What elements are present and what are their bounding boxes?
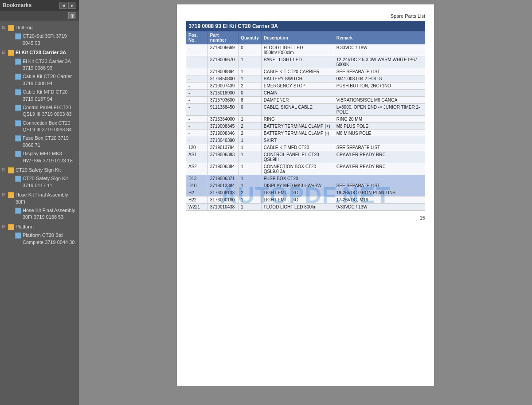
- sidebar-item-hose-kit-final[interactable]: - Hose Kit Final Assembly 30Ft 3719 0138…: [7, 206, 79, 222]
- sidebar-item-display-mfd[interactable]: - Display MFD MK3 HW+SW 3719 0123 18: [7, 149, 79, 165]
- tree-section-el-kit: ⊟ El Kit CT20 Carrier 3A - El Kit CT20 C…: [0, 48, 79, 165]
- cell-qty: 2: [239, 189, 262, 197]
- cell-pos: D10: [186, 182, 208, 189]
- sidebar-leaf-label: Control Panel El CT20 QSL9 III 3719 0063…: [23, 104, 77, 118]
- sidebar-item-el-kit-carrier[interactable]: - El Kit CT20 Carrier 3A 3719 0088 93: [7, 57, 79, 73]
- sidebar-item-control-panel[interactable]: - Control Panel El CT20 QSL9 III 3719 00…: [7, 103, 79, 119]
- cell-desc: SKIRT: [261, 137, 334, 144]
- cell-part: 3719006670: [207, 56, 238, 68]
- tree-section-ct20-safety: ⊟ CT20 Safety Sign Kit - CT20 Safety Sig…: [0, 165, 79, 190]
- cell-pos: -: [186, 104, 208, 116]
- sidebar-item-fuse-box[interactable]: - Fuse Box CT20 3719 0066 71: [7, 134, 79, 149]
- table-title: 3719 0088 93 El Kit CT20 Carrier 3A: [186, 21, 425, 31]
- cell-remark: 19-26VDC GRÖN PLAN LINS: [334, 189, 425, 197]
- hose-kit-children: - Hose Kit Final Assembly 30Ft 3719 0138…: [0, 206, 79, 222]
- cell-desc: CABLE, SIGNAL CABLE: [261, 104, 334, 116]
- cell-remark: 9-33VDC / 13W: [334, 204, 425, 211]
- cell-qty: 1: [239, 137, 262, 144]
- bookmark-list: ⊟ Drill Rig - CT20-Std 30Ft 3719 0045 93…: [0, 21, 79, 405]
- sidebar-item-platform[interactable]: ⊟ Platform: [0, 223, 79, 231]
- sidebar-leaf-label: Cable Kit MFD CT20 3719 0137 94: [23, 89, 77, 102]
- doc-icon: [15, 89, 21, 95]
- cell-qty: 2: [239, 130, 262, 137]
- table-row: -37190074392EMERGENCY STOPPUSH BUTTON, 2…: [186, 83, 425, 90]
- sidebar-item-label: Platform: [16, 224, 34, 230]
- sidebar-item-label: CT20 Safety Sign Kit: [16, 167, 61, 173]
- cell-part: 3715384000: [207, 116, 238, 123]
- cell-qty: 1: [239, 204, 262, 211]
- sidebar-leaf-label: Fuse Box CT20 3719 0066 71: [23, 135, 77, 149]
- collapse-button[interactable]: ◄: [59, 2, 67, 9]
- expand-icon: ⊟: [2, 224, 7, 229]
- cell-remark: SEE SEPARATE LIST: [334, 182, 425, 189]
- table-row: -37153840001RINGRING 20 MM: [186, 116, 425, 123]
- cell-desc: RING: [261, 116, 334, 123]
- sidebar-item-ct20-std[interactable]: - CT20-Std 30Ft 3719 0045 93: [7, 32, 79, 47]
- cell-qty: 2: [239, 123, 262, 130]
- cell-remark: [334, 90, 425, 97]
- table-row: AS137190063831CONTROL PANEL EL CT20 QSL9…: [186, 151, 425, 163]
- cell-qty: 0: [239, 44, 262, 56]
- cell-remark: 12-24VDC 2.5-3.0W WARM WHITE IP67 5000K: [334, 56, 425, 68]
- cell-remark: [334, 175, 425, 182]
- cell-remark: M8 MINUS POLE: [334, 130, 425, 137]
- table-row: H231760081332LIGHT EMIT. DIO19-26VDC GRÖ…: [186, 189, 425, 197]
- cell-qty: 1: [239, 175, 262, 182]
- doc-icon: [15, 135, 21, 142]
- cell-remark: CRAWLER READY RRC: [334, 151, 425, 163]
- doc-icon: [15, 74, 21, 80]
- cell-part: 3715703600: [207, 97, 238, 104]
- cell-desc: DISPLAY MFD MK3 HW+SW: [261, 182, 334, 189]
- sidebar-item-hose-kit[interactable]: ⊟ Hose Kit Final Assembly 30Ft: [0, 191, 79, 206]
- col-remark: Remark: [334, 31, 425, 44]
- cell-part: 3176450800: [207, 75, 238, 83]
- cell-part: 3719008346: [207, 130, 238, 137]
- col-qty: Quantity: [239, 31, 262, 44]
- doc-icon: [15, 232, 21, 239]
- sidebar-item-ct20-safety-sign[interactable]: - CT20 Safety Sign Kit 3719 0117 11: [7, 174, 79, 190]
- table-row: 12037190137941CABLE KIT MFD CT20SEE SEPA…: [186, 144, 425, 151]
- cell-qty: 1: [239, 151, 262, 163]
- cell-part: 3176000160: [207, 197, 238, 204]
- cell-pos: -: [186, 44, 208, 56]
- sidebar-item-cable-kit-mfd[interactable]: - Cable Kit MFD CT20 3719 0137 94: [7, 88, 79, 103]
- expand-button[interactable]: ►: [68, 2, 76, 9]
- expand-icon: ⊟: [2, 192, 7, 197]
- sidebar-item-cable-kit-ct20[interactable]: - Cable Kit CT20 Carrier 3719 0088 94: [7, 72, 79, 88]
- cell-part: 3715018900: [207, 90, 238, 97]
- expand-icon: ⊟: [2, 25, 7, 30]
- cell-qty: 1: [239, 56, 262, 68]
- sidebar-item-connection-box[interactable]: - Connection Box CT20 QSL9 III 3719 0063…: [7, 119, 79, 134]
- table-row: -37190066690FLOOD LIGHT LED 850lm/1000cl…: [186, 44, 425, 56]
- cell-desc: FLOOD LIGHT LED 800lm: [261, 204, 334, 211]
- cell-qty: 1: [239, 182, 262, 189]
- el-kit-children: - El Kit CT20 Carrier 3A 3719 0088 93 - …: [0, 57, 79, 165]
- sidebar-leaf-label: CT20-Std 30Ft 3719 0045 93: [23, 33, 77, 47]
- cell-part: 3719008345: [207, 123, 238, 130]
- cell-pos: 120: [186, 144, 208, 151]
- cell-desc: PANEL LIGHT LED: [261, 56, 334, 68]
- sidebar-leaf-label: Connection Box CT20 QSL9 III 3719 0063 8…: [23, 120, 77, 134]
- cell-remark: SEE SEPARATE LIST: [334, 68, 425, 75]
- table-row: -37190083462BATTERY TERMINAL CLAMP (-)M8…: [186, 130, 425, 137]
- sidebar-item-platform-ct20[interactable]: - Platform CT20 Std Complete 3719 0044 3…: [7, 231, 79, 247]
- cell-qty: 8: [239, 97, 262, 104]
- sidebar-leaf-label: Hose Kit Final Assembly 30Ft 3719 0138 5…: [23, 207, 77, 221]
- sidebar-item-ct20-safety[interactable]: ⊟ CT20 Safety Sign Kit: [0, 166, 79, 174]
- cell-remark: 0341.003.004 2 POLIG: [334, 75, 425, 83]
- cell-pos: -: [186, 83, 208, 90]
- cell-desc: CABLE KIT CT20 CARRIER: [261, 68, 334, 75]
- cell-pos: AS1: [186, 151, 208, 163]
- folder-icon: [8, 167, 14, 173]
- cell-pos: -: [186, 56, 208, 68]
- sidebar-item-label: Drill Rig: [16, 24, 33, 31]
- doc-icon: [15, 120, 21, 126]
- drill-rig-children: - CT20-Std 30Ft 3719 0045 93: [0, 32, 79, 47]
- sidebar-item-drill-rig[interactable]: ⊟ Drill Rig: [0, 24, 79, 32]
- sidebar-leaf-label: El Kit CT20 Carrier 3A 3719 0088 93: [23, 58, 77, 72]
- sidebar-item-el-kit[interactable]: ⊟ El Kit CT20 Carrier 3A: [0, 48, 79, 57]
- table-row: -31764508001BATTERY SWITCH0341.003.004 2…: [186, 75, 425, 83]
- cell-remark: M8 PLUS POLE: [334, 123, 425, 130]
- add-bookmark-button[interactable]: ⊕: [68, 12, 76, 19]
- cell-remark: SEE SEPARATE LIST: [334, 144, 425, 151]
